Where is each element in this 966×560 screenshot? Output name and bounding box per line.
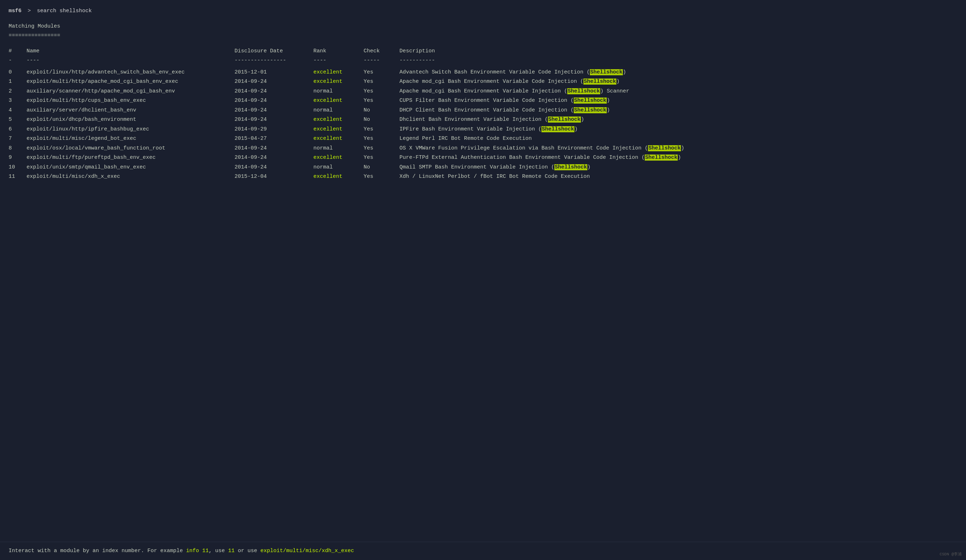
div-num: - <box>8 57 26 65</box>
row-6-check: Yes <box>364 125 399 134</box>
row-2-desc: Apache mod_cgi Bash Environment Variable… <box>399 87 958 96</box>
row-7-check: Yes <box>364 135 399 143</box>
row-1-num: 1 <box>8 78 26 86</box>
row-0-date: 2015-12-01 <box>235 69 314 77</box>
row-5-num: 5 <box>8 116 26 124</box>
row-11-rank: excellent <box>314 173 364 181</box>
row-1-desc: Apache mod_cgi Bash Environment Variable… <box>399 78 958 86</box>
row-2-date: 2014-09-24 <box>235 87 314 96</box>
row-4-name: auxiliary/server/dhclient_bash_env <box>26 107 235 115</box>
section-divider: ================ <box>8 32 958 40</box>
row-10-desc: Qmail SMTP Bash Environment Variable Inj… <box>399 164 958 172</box>
bottom-bar-text: Interact with a module by an index numbe… <box>8 548 354 554</box>
row-10-name: exploit/unix/smtp/qmail_bash_env_exec <box>26 164 235 172</box>
row-10-check: No <box>364 164 399 172</box>
row-5-check: No <box>364 116 399 124</box>
highlight-shellshock: Shellshock <box>645 154 678 161</box>
bottom-bar-use-11-highlight: 11 <box>228 548 235 554</box>
row-2-num: 2 <box>8 87 26 96</box>
row-4-num: 4 <box>8 107 26 115</box>
row-11-desc: Xdh / LinuxNet Perlbot / fBot IRC Bot Re… <box>399 173 958 181</box>
prompt-arrow: > <box>25 7 34 15</box>
row-6-num: 6 <box>8 125 26 134</box>
row-1-date: 2014-09-24 <box>235 78 314 86</box>
terminal-window: msf6 > search shellshock Matching Module… <box>8 7 958 182</box>
row-7-name: exploit/multi/misc/legend_bot_exec <box>26 135 235 143</box>
bottom-bar-module-highlight: exploit/multi/misc/xdh_x_exec <box>260 548 354 554</box>
section-title: Matching Modules <box>8 23 958 31</box>
prompt-line: msf6 > search shellshock <box>8 7 958 15</box>
row-4-date: 2014-09-24 <box>235 107 314 115</box>
row-3-rank: excellent <box>314 97 364 105</box>
row-11-date: 2015-12-04 <box>235 173 314 181</box>
table-header: # Name Disclosure Date Rank Check Descri… <box>8 47 958 57</box>
row-9-desc: Pure-FTPd External Authentication Bash E… <box>399 154 958 162</box>
highlight-shellshock: Shellshock <box>548 117 581 123</box>
row-2-name: auxiliary/scanner/http/apache_mod_cgi_ba… <box>26 87 235 96</box>
table-row: 7 exploit/multi/misc/legend_bot_exec 201… <box>8 134 958 144</box>
highlight-shellshock: Shellshock <box>574 97 607 103</box>
col-header-rank: Rank <box>314 47 364 56</box>
row-0-desc: Advantech Switch Bash Environment Variab… <box>399 69 958 77</box>
div-desc: ----------- <box>399 57 958 65</box>
row-4-check: No <box>364 107 399 115</box>
col-header-check: Check <box>364 47 399 56</box>
row-8-date: 2014-09-24 <box>235 145 314 153</box>
highlight-shellshock: Shellshock <box>648 145 681 151</box>
bottom-bar-info-highlight: info 11 <box>186 548 209 554</box>
row-6-desc: IPFire Bash Environment Variable Injecti… <box>399 125 958 134</box>
row-5-desc: Dhclient Bash Environment Variable Injec… <box>399 116 958 124</box>
row-4-desc: DHCP Client Bash Environment Variable Co… <box>399 107 958 115</box>
row-5-name: exploit/unix/dhcp/bash_environment <box>26 116 235 124</box>
row-1-name: exploit/multi/http/apache_mod_cgi_bash_e… <box>26 78 235 86</box>
col-header-desc: Description <box>399 47 958 56</box>
row-9-num: 9 <box>8 154 26 162</box>
row-9-name: exploit/multi/ftp/pureftpd_bash_env_exec <box>26 154 235 162</box>
table-row: 10 exploit/unix/smtp/qmail_bash_env_exec… <box>8 163 958 172</box>
col-header-date: Disclosure Date <box>235 47 314 56</box>
row-9-rank: excellent <box>314 154 364 162</box>
table-row: 0 exploit/linux/http/advantech_switch_ba… <box>8 68 958 77</box>
row-2-rank: normal <box>314 87 364 96</box>
prompt-command: search shellshock <box>37 7 92 15</box>
row-6-date: 2014-09-29 <box>235 125 314 134</box>
row-11-num: 11 <box>8 173 26 181</box>
row-5-rank: excellent <box>314 116 364 124</box>
highlight-shellshock: Shellshock <box>583 79 616 85</box>
col-header-num: # <box>8 47 26 56</box>
table-row: 6 exploit/linux/http/ipfire_bashbug_exec… <box>8 125 958 135</box>
row-7-desc: Legend Perl IRC Bot Remote Code Executio… <box>399 135 958 143</box>
row-1-check: Yes <box>364 78 399 86</box>
row-3-date: 2014-09-24 <box>235 97 314 105</box>
row-0-check: Yes <box>364 69 399 77</box>
highlight-shellshock: Shellshock <box>554 164 587 170</box>
col-header-name: Name <box>26 47 235 56</box>
highlight-shellshock: Shellshock <box>567 88 600 94</box>
row-6-rank: excellent <box>314 125 364 134</box>
div-check: ----- <box>364 57 399 65</box>
row-0-num: 0 <box>8 69 26 77</box>
row-8-rank: normal <box>314 145 364 153</box>
row-8-num: 8 <box>8 145 26 153</box>
row-2-check: Yes <box>364 87 399 96</box>
row-9-date: 2014-09-24 <box>235 154 314 162</box>
row-1-rank: excellent <box>314 78 364 86</box>
table-row: 11 exploit/multi/misc/xdh_x_exec 2015-12… <box>8 172 958 182</box>
row-10-rank: normal <box>314 164 364 172</box>
row-10-date: 2014-09-24 <box>235 164 314 172</box>
div-rank: ---- <box>314 57 364 65</box>
row-9-check: Yes <box>364 154 399 162</box>
table-row: 1 exploit/multi/http/apache_mod_cgi_bash… <box>8 77 958 87</box>
row-3-name: exploit/multi/http/cups_bash_env_exec <box>26 97 235 105</box>
prompt-msf: msf6 <box>8 7 21 15</box>
watermark: CSDN @李浦 <box>940 552 962 557</box>
row-4-rank: normal <box>314 107 364 115</box>
bottom-bar: Interact with a module by an index numbe… <box>0 542 966 560</box>
table-row: 2 auxiliary/scanner/http/apache_mod_cgi_… <box>8 87 958 97</box>
table-row: 4 auxiliary/server/dhclient_bash_env 201… <box>8 106 958 115</box>
row-3-check: Yes <box>364 97 399 105</box>
table-row: 9 exploit/multi/ftp/pureftpd_bash_env_ex… <box>8 153 958 163</box>
row-8-name: exploit/osx/local/vmware_bash_function_r… <box>26 145 235 153</box>
div-name: ---- <box>26 57 235 65</box>
row-3-num: 3 <box>8 97 26 105</box>
